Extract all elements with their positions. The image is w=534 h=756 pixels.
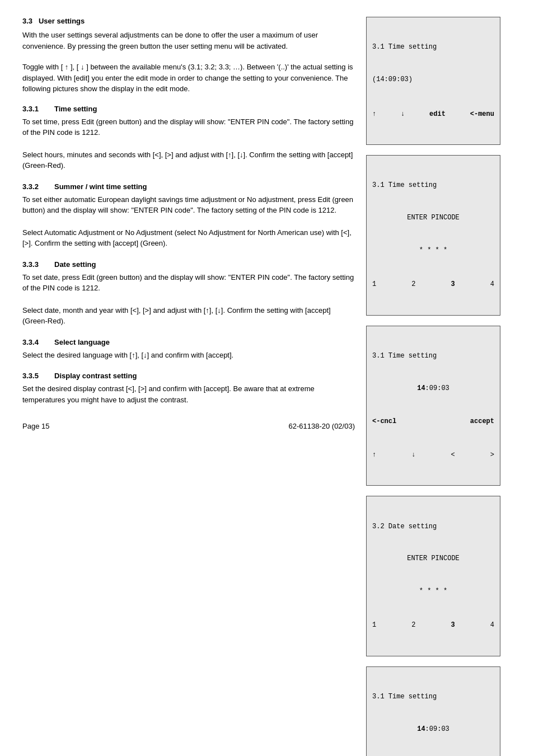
toggle-desc: Toggle with [ ↑ ], [ ↓ ] between the ava… — [22, 62, 355, 95]
sub332-p2: Select Automatic Adjustment or No Adjust… — [22, 227, 355, 249]
display-1: 3.1 Time setting (14:09:03) ↑ ↓ edit <-m… — [366, 17, 500, 145]
subsection-333-title: 3.3.3 Date setting — [22, 260, 355, 269]
page-number: Page 15 — [22, 422, 49, 430]
display-2: 3.1 Time setting ENTER PINCODE * * * * 1… — [366, 155, 500, 316]
display-4: 3.2 Date setting ENTER PINCODE * * * * 1… — [366, 496, 500, 656]
sub331-p2: Select hours, minutes and seconds with [… — [22, 149, 355, 171]
doc-number: 62-61138-20 (02/03) — [288, 422, 355, 430]
sub331-p1: To set time, press Edit (green button) a… — [22, 116, 355, 138]
section-33-intro: With the user settings several adjustmen… — [22, 30, 355, 51]
sub333-p2: Select date, month and year with [<], [>… — [22, 305, 355, 327]
subsection-335-title: 3.3.5 Display contrast setting — [22, 372, 355, 380]
sub333-p1: To set date, press Edit (green button) a… — [22, 272, 355, 294]
sub332-p1: To set either automatic European dayligh… — [22, 194, 355, 216]
sub335-p1: Set the desired display contrast [<], [>… — [22, 383, 355, 405]
display-column: 3.1 Time setting (14:09:03) ↑ ↓ edit <-m… — [366, 17, 512, 756]
subsection-332-title: 3.3.2 Summer / wint time setting — [22, 182, 355, 191]
sub334-p1: Select the desired language with [↑], [↓… — [22, 350, 355, 361]
display-3: 3.1 Time setting 14:09:03 <-cncl accept … — [366, 326, 500, 486]
subsection-334-title: 3.3.4 Select language — [22, 338, 355, 346]
display-5: 3.1 Time setting 14:09:03 <-cncl accept … — [366, 666, 500, 756]
subsection-331-title: 3.3.1 Time setting — [22, 105, 355, 113]
section-33-heading: 3.3 User settings — [22, 17, 355, 25]
